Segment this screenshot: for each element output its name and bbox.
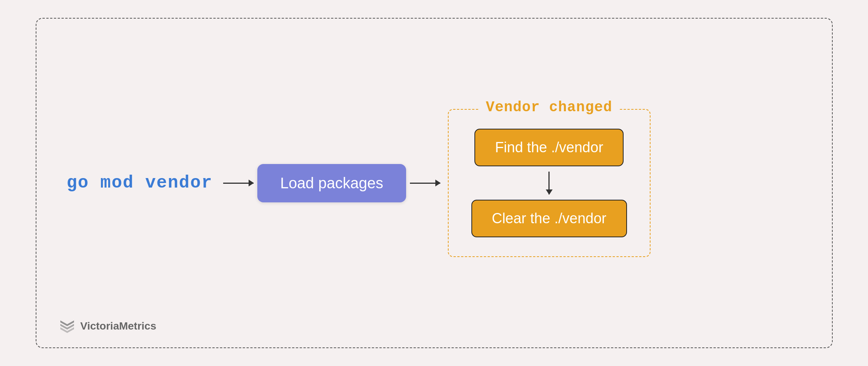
find-vendor-box: Find the ./vendor xyxy=(474,129,624,166)
command-label: go mod vendor xyxy=(67,173,213,193)
logo-text: VictoriaMetrics xyxy=(80,320,156,332)
vendor-changed-title: Vendor changed xyxy=(479,99,619,115)
arrow-line-2 xyxy=(410,183,440,184)
arrow-load-to-vendor xyxy=(410,183,440,184)
logo-area: VictoriaMetrics xyxy=(59,319,156,333)
arrow-down-vendor xyxy=(548,172,550,194)
arrow-command-to-load xyxy=(223,183,254,184)
flow-row: go mod vendor Load packages Vendor chang… xyxy=(67,109,802,257)
diagram-container: go mod vendor Load packages Vendor chang… xyxy=(36,18,833,348)
load-packages-box: Load packages xyxy=(257,164,406,202)
arrow-down-line xyxy=(548,172,550,194)
victoriametrics-icon xyxy=(59,319,75,333)
clear-vendor-box: Clear the ./vendor xyxy=(471,200,627,237)
vendor-changed-region: Vendor changed Find the ./vendor Clear t… xyxy=(448,109,651,257)
arrow-line-1 xyxy=(223,183,254,184)
